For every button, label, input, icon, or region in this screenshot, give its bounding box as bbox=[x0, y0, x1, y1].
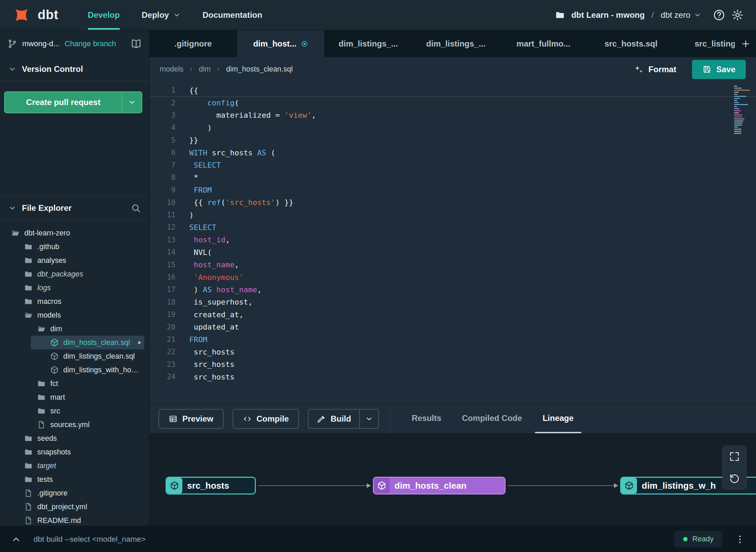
code-line-13: 13 host_id, bbox=[149, 234, 756, 246]
tree-item-dbt-project-yml[interactable]: dbt_project.yml bbox=[8, 500, 144, 514]
brand-name: dbt bbox=[38, 0, 58, 30]
tree-item-dim[interactable]: dim bbox=[8, 322, 144, 336]
build-options-button[interactable] bbox=[359, 410, 378, 428]
panel-tab-lineage[interactable]: Lineage bbox=[535, 405, 581, 433]
tree-item-macros[interactable]: macros bbox=[8, 295, 144, 308]
tree-item-label: snapshots bbox=[37, 448, 71, 457]
tree-item-src[interactable]: src bbox=[8, 404, 144, 418]
tree-item-dim-hosts-clean-sql[interactable]: dim_hosts_clean.sql• bbox=[8, 336, 144, 349]
lineage-node-dim-hosts-clean[interactable]: dim_hosts_clean bbox=[373, 477, 506, 495]
cube-icon bbox=[377, 481, 387, 490]
file-icon bbox=[24, 489, 33, 498]
build-button[interactable]: Build bbox=[309, 410, 359, 428]
code-line-1: 1{{ bbox=[149, 84, 756, 97]
project-name[interactable]: dbt Learn - mwong bbox=[571, 10, 645, 20]
dbt-logo[interactable] bbox=[12, 0, 31, 30]
cube-icon bbox=[170, 481, 179, 490]
overflow-menu-button[interactable] bbox=[735, 534, 745, 544]
tab-label: dim_host... bbox=[253, 39, 297, 49]
tree-item-dim-listings-with-hosts[interactable]: dim_listings_with_hosts... bbox=[8, 363, 144, 377]
nav-item-label: Documentation bbox=[203, 10, 262, 20]
tree-item-tests[interactable]: tests bbox=[8, 473, 144, 486]
tree-item-dbt-packages[interactable]: dbt_packages bbox=[8, 267, 144, 281]
editor-tab-src-hosts-sql[interactable]: src_hosts.sql bbox=[587, 30, 675, 57]
code-line-24: 24 src_hosts bbox=[149, 371, 756, 383]
breadcrumb-models[interactable]: models bbox=[160, 65, 183, 74]
format-button[interactable]: Format bbox=[634, 64, 676, 75]
expand-command-panel-button[interactable] bbox=[11, 534, 21, 544]
tree-item-target[interactable]: target bbox=[8, 459, 144, 473]
kebab-icon bbox=[735, 534, 745, 544]
tree-item-logs[interactable]: logs bbox=[8, 281, 144, 295]
reset-view-button[interactable] bbox=[729, 473, 740, 484]
tree-item-analyses[interactable]: analyses bbox=[8, 254, 144, 267]
chevron-right-icon bbox=[188, 66, 194, 72]
editor-tab-dim-listings[interactable]: dim_listings_... bbox=[325, 30, 412, 57]
tree-item-gitignore[interactable]: .gitignore bbox=[8, 486, 144, 500]
version-control-header[interactable]: Version Control bbox=[0, 57, 149, 81]
folder-icon bbox=[37, 393, 46, 402]
tree-item-sources-yml[interactable]: sources.yml bbox=[8, 418, 144, 432]
editor-tab-gitignore[interactable]: .gitignore bbox=[149, 30, 237, 57]
nav-item-develop[interactable]: Develop bbox=[88, 0, 120, 30]
git-branch-icon-wrap bbox=[8, 39, 17, 49]
panel-tab-results[interactable]: Results bbox=[404, 405, 449, 433]
code-editor[interactable]: 1{{2 config(3 materialized = 'view',4 )5… bbox=[149, 81, 756, 404]
preview-button[interactable]: Preview bbox=[158, 409, 224, 429]
tree-item-dbt-learn-zero[interactable]: dbt-learn-zero bbox=[8, 226, 144, 240]
editor-tab-dim-listings[interactable]: dim_listings_... bbox=[412, 30, 500, 57]
code-line-21: 21FROM bbox=[149, 333, 756, 346]
tree-item-snapshots[interactable]: snapshots bbox=[8, 445, 144, 459]
tree-item-label: dim_listings_clean.sql bbox=[63, 352, 135, 361]
cube-icon bbox=[624, 481, 634, 490]
status-ready-badge: Ready bbox=[674, 531, 722, 548]
tree-item-label: dim_hosts_clean.sql bbox=[63, 338, 130, 347]
file-search-button[interactable] bbox=[131, 203, 141, 213]
create-pr-options-button[interactable] bbox=[122, 92, 142, 113]
line-number: 15 bbox=[149, 261, 189, 269]
file-icon bbox=[37, 420, 46, 429]
command-hint: dbt build --select <model_name> bbox=[34, 535, 146, 544]
tree-item-label: models bbox=[37, 311, 61, 320]
file-explorer-header[interactable]: File Explorer bbox=[0, 196, 149, 220]
tree-item-models[interactable]: models bbox=[8, 308, 144, 322]
toolbar-divider bbox=[390, 405, 390, 433]
nav-item-label: Deploy bbox=[142, 10, 169, 20]
settings-button[interactable] bbox=[731, 9, 744, 21]
folder-open-icon bbox=[37, 324, 46, 333]
folder-icon bbox=[24, 256, 33, 265]
nav-item-documentation[interactable]: Documentation bbox=[203, 0, 262, 30]
branch-bar: mwong-d... Change branch bbox=[0, 30, 149, 57]
create-pr-button[interactable]: Create pull request bbox=[5, 92, 122, 113]
current-branch[interactable]: mwong-d... bbox=[22, 39, 60, 48]
minimap[interactable] bbox=[734, 86, 752, 135]
environment-selector[interactable]: dbt zero bbox=[661, 10, 701, 20]
tree-item-readme-md[interactable]: README.md bbox=[8, 514, 144, 526]
tree-item-fct[interactable]: fct bbox=[8, 377, 144, 390]
editor-tab-dim-host[interactable]: dim_host... bbox=[237, 30, 325, 57]
top-navbar: dbt DevelopDeployDocumentation dbt Learn… bbox=[0, 0, 756, 30]
compile-button[interactable]: Compile bbox=[233, 409, 299, 429]
editor-tab-mart-fullmo[interactable]: mart_fullmo... bbox=[500, 30, 587, 57]
breadcrumb-dim-hosts-clean-sql[interactable]: dim_hosts_clean.sql bbox=[226, 65, 293, 74]
tree-item-seeds[interactable]: seeds bbox=[8, 432, 144, 445]
nav-item-deploy[interactable]: Deploy bbox=[142, 0, 181, 30]
tree-item-mart[interactable]: mart bbox=[8, 390, 144, 404]
fullscreen-button[interactable] bbox=[729, 451, 740, 462]
tree-item-label: .gitignore bbox=[37, 489, 67, 498]
docs-book-button[interactable] bbox=[131, 38, 142, 49]
breadcrumb-bar: modelsdimdim_hosts_clean.sql Format Save bbox=[149, 57, 756, 81]
help-button[interactable] bbox=[713, 9, 725, 21]
tree-item-dim-listings-clean-sql[interactable]: dim_listings_clean.sql bbox=[8, 349, 144, 363]
new-tab-button[interactable] bbox=[735, 30, 756, 57]
panel-tab-compiled-code[interactable]: Compiled Code bbox=[454, 405, 530, 433]
change-branch-link[interactable]: Change branch bbox=[65, 39, 116, 48]
breadcrumb-dim[interactable]: dim bbox=[199, 65, 211, 74]
tree-item-github[interactable]: .github bbox=[8, 240, 144, 254]
lineage-node-src-hosts[interactable]: src_hosts bbox=[166, 477, 256, 495]
chevron-down-icon bbox=[8, 204, 16, 212]
line-number: 10 bbox=[149, 198, 189, 207]
line-number: 5 bbox=[149, 136, 189, 144]
save-button[interactable]: Save bbox=[692, 60, 746, 79]
lineage-canvas[interactable]: src_hostsdim_hosts_cleandim_listings_w_h bbox=[149, 433, 756, 526]
